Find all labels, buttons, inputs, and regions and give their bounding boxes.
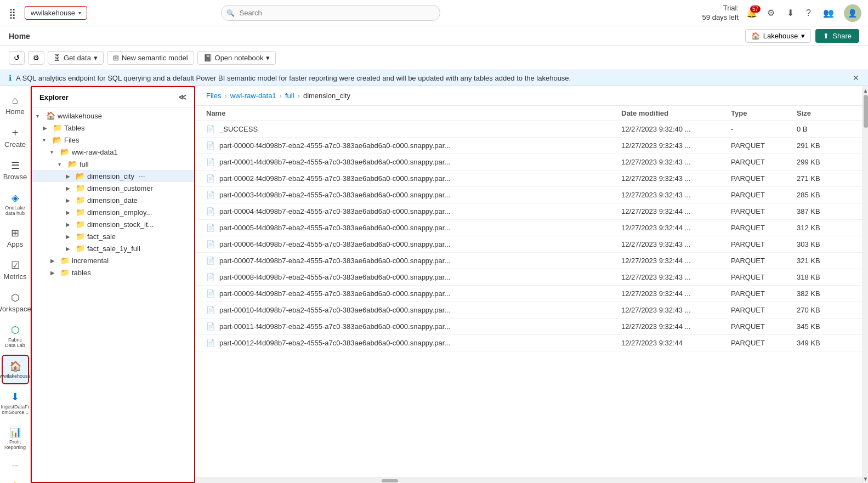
workspace-name: wwilakehouse <box>31 9 75 17</box>
table-row[interactable]: 📄 part-00007-f4d098b7-eba2-4555-a7c0-383… <box>195 253 863 269</box>
tree-item-fact-sale[interactable]: ▶ 📁 fact_sale <box>32 230 194 242</box>
factsale-folder-icon: 📁 <box>76 232 85 241</box>
share-people-icon[interactable]: 👥 <box>821 5 836 20</box>
file-name: part-00011-f4d098b7-eba2-4555-a7c0-383ae… <box>219 322 450 331</box>
vertical-scrollbar[interactable]: ▲ ▼ <box>863 86 868 483</box>
settings-button[interactable]: ⚙ <box>28 51 44 65</box>
sidebar-item-label: OneLake data hub <box>4 205 27 216</box>
file-icon: 📄 <box>206 322 215 331</box>
tree-item-dimension-employ[interactable]: ▶ 📁 dimension_employ... <box>32 206 194 218</box>
sidebar-item-workspaces[interactable]: ⬡ Workspaces <box>2 287 29 317</box>
scroll-thumb[interactable] <box>864 95 868 128</box>
lakehouse-button[interactable]: 🏠 Lakehouse ▾ <box>745 29 812 43</box>
sidebar-item-home[interactable]: ⌂ Home <box>2 90 29 120</box>
tree-dimdate-label: dimension_date <box>87 196 138 204</box>
file-name: part-00012-f4d098b7-eba2-4555-a7c0-383ae… <box>219 339 450 347</box>
sidebar-item-wwilakehouse[interactable]: 🏠 wwilakehouse <box>2 355 29 384</box>
col-size: Size <box>797 109 852 117</box>
sidebar-item-fabricdatalab[interactable]: ⬡ Fabric Data Lab <box>2 320 29 353</box>
app-grid-icon[interactable]: ⣿ <box>7 5 18 21</box>
sidebar-more-button[interactable]: ··· <box>2 457 29 476</box>
table-row[interactable]: 📄 part-00003-f4d098b7-eba2-4555-a7c0-383… <box>195 187 863 203</box>
table-row[interactable]: 📄 part-00008-f4d098b7-eba2-4555-a7c0-383… <box>195 269 863 286</box>
tree-root-item[interactable]: ▾ 🏠 wwilakehouse <box>32 110 194 122</box>
table-row[interactable]: 📄 part-00006-f4d098b7-eba2-4555-a7c0-383… <box>195 236 863 253</box>
share-button[interactable]: ⬆ Share <box>815 29 859 43</box>
dimension-city-more-button[interactable]: ··· <box>139 172 145 180</box>
breadcrumb-files[interactable]: Files <box>206 92 221 100</box>
notifications-button[interactable]: 🔔 57 <box>746 8 757 18</box>
new-semantic-model-button[interactable]: ⊞ New semantic model <box>107 51 194 65</box>
tree-item-full[interactable]: ▾ 📂 full <box>32 158 194 170</box>
table-row[interactable]: 📄 _SUCCESS 12/27/2023 9:32:40 ... - 0 B <box>195 121 863 138</box>
table-row[interactable]: 📄 part-00010-f4d098b7-eba2-4555-a7c0-383… <box>195 302 863 319</box>
sidebar-item-browse[interactable]: ☰ Browse <box>2 155 29 185</box>
file-size: 349 KB <box>797 339 852 347</box>
user-avatar[interactable]: 👤 <box>844 4 861 22</box>
tree-item-tables[interactable]: ▶ 📁 Tables <box>32 122 194 134</box>
refresh-button[interactable]: ↺ <box>9 51 25 65</box>
col-type: Type <box>731 109 797 117</box>
file-name-cell: 📄 part-00003-f4d098b7-eba2-4555-a7c0-383… <box>206 191 621 199</box>
file-icon: 📄 <box>206 306 215 314</box>
table-row[interactable]: 📄 part-00005-f4d098b7-eba2-4555-a7c0-383… <box>195 220 863 236</box>
breadcrumb-full[interactable]: full <box>285 92 294 100</box>
tree-item-dimension-date[interactable]: ▶ 📁 dimension_date <box>32 194 194 206</box>
table-row[interactable]: 📄 part-00009-f4d098b7-eba2-4555-a7c0-383… <box>195 286 863 302</box>
open-notebook-button[interactable]: 📓 Open notebook ▾ <box>197 51 276 65</box>
tree-item-tables2[interactable]: ▶ 📁 tables <box>32 266 194 279</box>
tree-item-incremental[interactable]: ▶ 📁 incremental <box>32 254 194 266</box>
file-name-cell: 📄 part-00009-f4d098b7-eba2-4555-a7c0-383… <box>206 289 621 298</box>
tree-item-dimension-customer[interactable]: ▶ 📁 dimension_customer <box>32 182 194 194</box>
sidebar-item-create[interactable]: + Create <box>2 122 29 153</box>
incremental-chevron-icon: ▶ <box>50 258 58 264</box>
table-row[interactable]: 📄 part-00002-f4d098b7-eba2-4555-a7c0-383… <box>195 171 863 187</box>
horizontal-scrollbar[interactable] <box>195 478 863 483</box>
breadcrumb-wwirawdata[interactable]: wwi-raw-data1 <box>230 92 276 100</box>
table-row[interactable]: 📄 part-00001-f4d098b7-eba2-4555-a7c0-383… <box>195 154 863 171</box>
tree-item-dimension-city[interactable]: ▶ 📂 dimension_city ··· <box>32 170 194 182</box>
factsale-chevron-icon: ▶ <box>66 234 73 240</box>
file-name: part-00008-f4d098b7-eba2-4555-a7c0-383ae… <box>219 273 450 281</box>
scroll-thumb-area <box>863 95 868 474</box>
download-icon[interactable]: ⬇ <box>785 5 796 20</box>
file-name-cell: 📄 part-00002-f4d098b7-eba2-4555-a7c0-383… <box>206 174 621 183</box>
tree-item-files[interactable]: ▾ 📂 Files <box>32 134 194 146</box>
sidebar-item-metrics[interactable]: ☑ Metrics <box>2 255 29 285</box>
tree-item-fact-sale-1y[interactable]: ▶ 📁 fact_sale_1y_full <box>32 242 194 254</box>
table-row[interactable]: 📄 part-00012-f4d098b7-eba2-4555-a7c0-383… <box>195 335 863 351</box>
sidebar-item-label: Workspaces <box>0 305 35 313</box>
settings-icon[interactable]: ⚙ <box>765 5 777 20</box>
sidebar-item-label: Browse <box>3 173 27 181</box>
file-size: 270 KB <box>797 306 852 314</box>
sidebar-item-label: Metrics <box>4 272 27 281</box>
table-row[interactable]: 📄 part-00011-f4d098b7-eba2-4555-a7c0-383… <box>195 319 863 335</box>
browse-icon: ☰ <box>11 160 20 172</box>
table-row[interactable]: 📄 part-00000-f4d098b7-eba2-4555-a7c0-383… <box>195 138 863 154</box>
banner-close-button[interactable]: ✕ <box>853 73 859 82</box>
topbar-right: Trial: 59 days left 🔔 57 ⚙ ⬇ ? 👥 👤 <box>702 4 861 22</box>
tree-incremental-label: incremental <box>72 257 109 265</box>
sidebar-item-ingestdata[interactable]: ⬇ IngestDataFr omSource... <box>2 387 29 419</box>
tables2-folder-icon: 📁 <box>60 268 70 277</box>
search-input[interactable] <box>221 5 440 21</box>
table-row[interactable]: 📄 part-00004-f4d098b7-eba2-4555-a7c0-383… <box>195 203 863 220</box>
sidebar-item-onelake[interactable]: ◈ OneLake data hub <box>2 187 29 220</box>
scroll-up-button[interactable]: ▲ <box>863 86 868 95</box>
help-icon[interactable]: ? <box>804 6 813 20</box>
tree-item-dimension-stock[interactable]: ▶ 📁 dimension_stock_it... <box>32 218 194 230</box>
file-icon: 📄 <box>206 273 215 281</box>
sidebar-item-profitreporting[interactable]: 📊 Profit Reporting <box>2 422 29 454</box>
sidebar-item-apps[interactable]: ⊞ Apps <box>2 223 29 253</box>
dimcity-folder-icon: 📂 <box>76 172 85 180</box>
get-data-button[interactable]: 🗄 Get data ▾ <box>48 51 104 65</box>
tree-item-wwirawdata[interactable]: ▾ 📂 wwi-raw-data1 <box>32 146 194 158</box>
notebook-chevron-icon: ▾ <box>266 54 270 62</box>
file-date: 12/27/2023 9:32:43 ... <box>621 174 731 183</box>
file-name-cell: 📄 _SUCCESS <box>206 125 621 133</box>
collapse-panel-button[interactable]: ≪ <box>178 93 186 101</box>
breadcrumb-sep1: › <box>224 92 226 100</box>
scroll-down-button[interactable]: ▼ <box>863 474 868 483</box>
file-type: PARQUET <box>731 339 797 347</box>
workspace-selector[interactable]: wwilakehouse ▾ <box>25 6 87 20</box>
